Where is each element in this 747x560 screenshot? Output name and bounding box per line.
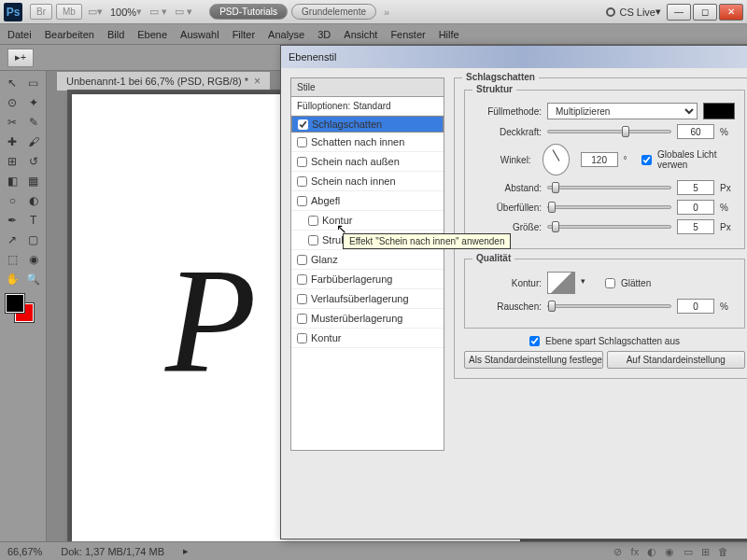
- style-schlagschatten[interactable]: Schlagschatten: [291, 116, 444, 133]
- reset-default-button[interactable]: Auf Standardeinstellung: [607, 351, 746, 369]
- noise-input[interactable]: [677, 299, 714, 314]
- style-verlauf-check[interactable]: [297, 294, 307, 304]
- shape-tool[interactable]: ▢: [23, 230, 45, 249]
- set-default-button[interactable]: Als Standardeinstellung festlegen: [464, 351, 603, 369]
- status-zoom[interactable]: 66,67%: [7, 546, 42, 557]
- document-tab[interactable]: Unbenannt-1 bei 66,7% (PSD, RGB/8) * ×: [56, 71, 271, 91]
- style-kontur-check[interactable]: [308, 216, 318, 226]
- lasso-tool[interactable]: ⊙: [2, 92, 23, 112]
- style-schatten-innen-check[interactable]: [297, 137, 307, 147]
- dodge-tool[interactable]: ◐: [23, 190, 45, 210]
- style-kontur2-check[interactable]: [297, 333, 307, 343]
- hand-tool[interactable]: ✋: [2, 269, 23, 288]
- angle-dial[interactable]: [543, 144, 570, 175]
- blendmode-select[interactable]: Multiplizieren: [547, 103, 698, 119]
- bridge-button[interactable]: Br: [30, 4, 52, 20]
- distance-input[interactable]: [677, 180, 714, 195]
- close-tab-icon[interactable]: ×: [254, 75, 261, 88]
- stamp-tool[interactable]: ⊞: [2, 151, 23, 171]
- eyedropper-tool[interactable]: ✎: [23, 112, 45, 132]
- style-struktur-check[interactable]: [308, 235, 318, 245]
- style-abgeflacht-check[interactable]: [297, 196, 307, 206]
- spread-slider[interactable]: [547, 205, 671, 209]
- menu-bild[interactable]: Bild: [107, 29, 124, 40]
- style-schein-aussen-check[interactable]: [297, 157, 307, 167]
- menu-auswahl[interactable]: Auswahl: [180, 29, 219, 40]
- minimize-button[interactable]: —: [667, 4, 691, 21]
- style-musteruberlagerung[interactable]: Musterüberlagerung: [291, 309, 444, 329]
- color-swatches[interactable]: [2, 292, 44, 324]
- size-slider[interactable]: [547, 225, 671, 229]
- style-schatten-innen[interactable]: Schatten nach innen: [291, 133, 444, 152]
- close-button[interactable]: ✕: [719, 4, 743, 21]
- style-kontur[interactable]: Kontur: [291, 211, 444, 231]
- style-muster-check[interactable]: [297, 314, 307, 324]
- style-schein-innen[interactable]: Schein nach innen: [291, 172, 444, 191]
- shadow-color[interactable]: [703, 103, 735, 119]
- workspace-tutorials[interactable]: PSD-Tutorials: [209, 4, 288, 20]
- noise-slider[interactable]: [547, 304, 671, 308]
- workspace-more-icon[interactable]: »: [384, 7, 389, 18]
- style-glanz-check[interactable]: [297, 255, 307, 265]
- heal-tool[interactable]: ✚: [2, 132, 23, 151]
- 3d-tool[interactable]: ⬚: [2, 249, 23, 269]
- style-verlaufsuberlagerung[interactable]: Verlaufsüberlagerung: [291, 289, 444, 309]
- menu-filter[interactable]: Filter: [233, 29, 255, 40]
- pen-tool[interactable]: ✒: [2, 210, 23, 230]
- gradient-tool[interactable]: ▦: [23, 171, 45, 190]
- camera-tool[interactable]: ◉: [23, 249, 45, 269]
- foreground-color[interactable]: [6, 294, 24, 313]
- dialog-titlebar[interactable]: Ebenenstil: [281, 46, 747, 68]
- status-bar: 66,67% Dok: 1,37 MB/1,74 MB▸ ⊘ fx ◐ ◉ ▭ …: [0, 541, 747, 560]
- cslive-button[interactable]: CS Live ▾: [606, 6, 661, 18]
- zoom-tool[interactable]: 🔍: [23, 269, 45, 288]
- layer-panel-icons[interactable]: ⊘ fx ◐ ◉ ▭ ⊞ 🗑: [613, 546, 728, 558]
- size-input[interactable]: [677, 219, 714, 234]
- menu-fenster[interactable]: Fenster: [390, 29, 425, 40]
- zoom-dropdown[interactable]: 100% ▾: [110, 6, 142, 18]
- blur-tool[interactable]: ○: [2, 190, 23, 210]
- minibridge-button[interactable]: Mb: [56, 4, 82, 20]
- path-tool[interactable]: ↗: [2, 230, 23, 249]
- screen-mode-dropdown[interactable]: ▭▾: [88, 6, 103, 18]
- style-schein-aussen[interactable]: Schein nach außen: [291, 152, 444, 172]
- menu-ansicht[interactable]: Ansicht: [344, 29, 377, 40]
- menu-analyse[interactable]: Analyse: [268, 29, 304, 40]
- menu-bearbeiten[interactable]: Bearbeiten: [45, 29, 94, 40]
- opacity-input[interactable]: [677, 124, 714, 139]
- marquee-tool[interactable]: ▭: [23, 73, 45, 92]
- style-schein-innen-check[interactable]: [297, 176, 307, 187]
- brush-tool[interactable]: 🖌: [23, 132, 45, 151]
- opacity-slider[interactable]: [547, 130, 671, 133]
- eraser-tool[interactable]: ◧: [2, 171, 23, 190]
- move-tool[interactable]: ↖: [2, 73, 23, 92]
- menu-datei[interactable]: Datei: [7, 29, 32, 40]
- type-tool[interactable]: T: [23, 210, 45, 230]
- menu-hilfe[interactable]: Hilfe: [439, 29, 459, 40]
- distance-slider[interactable]: [547, 186, 671, 189]
- workspace-grundelemente[interactable]: Grundelemente: [291, 4, 376, 20]
- contour-picker[interactable]: [547, 272, 575, 294]
- wand-tool[interactable]: ✦: [23, 92, 45, 112]
- style-fulloptionen[interactable]: Fülloptionen: Standard: [291, 97, 444, 116]
- menu-ebene[interactable]: Ebene: [137, 29, 167, 40]
- arrange-dropdown[interactable]: ▭ ▾: [149, 6, 167, 18]
- style-schlagschatten-check[interactable]: [298, 119, 308, 130]
- global-light-check[interactable]: [641, 155, 652, 165]
- style-farbuberlagerung[interactable]: Farbüberlagerung: [291, 270, 444, 289]
- style-farb-check[interactable]: [297, 274, 307, 285]
- extras-dropdown[interactable]: ▭ ▾: [175, 6, 192, 18]
- style-glanz[interactable]: Glanz: [291, 250, 444, 270]
- knockout-check[interactable]: [529, 336, 540, 346]
- style-kontur2[interactable]: Kontur: [291, 329, 444, 348]
- antialias-check[interactable]: [605, 278, 615, 288]
- spread-input[interactable]: [677, 200, 714, 215]
- menu-3d[interactable]: 3D: [317, 29, 331, 40]
- current-tool-indicator[interactable]: ▸+: [7, 49, 34, 67]
- maximize-button[interactable]: ◻: [693, 4, 717, 21]
- status-dok[interactable]: Dok: 1,37 MB/1,74 MB: [61, 546, 164, 557]
- style-abgeflacht[interactable]: Abgefl: [291, 191, 444, 211]
- crop-tool[interactable]: ✂: [2, 112, 23, 132]
- angle-input[interactable]: [581, 152, 618, 167]
- history-brush-tool[interactable]: ↺: [23, 151, 45, 171]
